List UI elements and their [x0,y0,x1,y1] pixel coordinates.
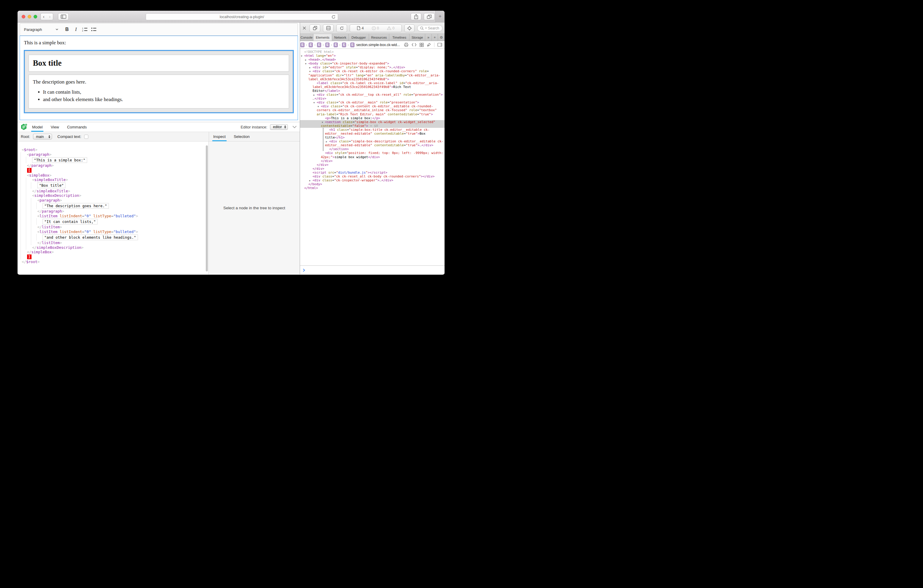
simple-box-description[interactable]: The description goes here. It can contai… [28,75,289,108]
compact-text-checkbox[interactable] [84,135,88,139]
inspector-tab-view[interactable]: View [51,122,59,132]
breadcrumb-element-badge[interactable]: E [301,43,304,47]
dom-line[interactable]: label_e63cbbfece34c53ce23501062343f49b8"… [300,85,445,89]
devtools-tab-debugger[interactable]: Debugger [349,34,369,41]
paint-flashing-icon[interactable] [427,43,431,47]
dom-line[interactable]: Editor</label> [300,89,445,93]
dom-line[interactable]: label_e63cbbfece34c53ce23501062343f49b8"… [300,77,445,81]
dom-line[interactable]: <!DOCTYPE html> [300,50,445,54]
new-tab-button[interactable]: + [435,11,445,23]
editor-editable-area[interactable]: This is a simple box: Box title The desc… [20,36,298,120]
bold-button[interactable]: B [62,25,71,34]
dom-line[interactable]: ▼<body class="ck-inspector-body-expanded… [300,62,445,66]
dom-line[interactable]: ▼<div class="ck ck-reset ck-editor ck-ro… [300,69,445,73]
dom-line[interactable]: ▶<head>…</head> [300,57,445,62]
list-item[interactable]: It can contain lists, [43,89,284,95]
description-paragraph[interactable]: The description goes here. [33,79,284,85]
simple-box-widget[interactable]: Box title The description goes here. It … [25,51,293,112]
url-field[interactable]: localhost/creating-a-plugin/ [146,13,338,20]
breadcrumb-element-badge[interactable]: E [325,43,330,47]
dom-line[interactable]: <p>This is a simple box:</p> [300,116,445,120]
show-all-tabs-button[interactable] [424,13,435,20]
dock-side-button[interactable] [310,25,320,32]
tree-scrollbar[interactable] [206,145,208,271]
dom-line[interactable]: ▶<div class="ck-inspector-wrapper">…</di… [300,178,445,182]
model-text-node[interactable]: "The description goes here." [43,202,209,209]
dom-line[interactable]: </div> [300,163,445,167]
breadcrumb-element-badge[interactable]: E [309,43,313,47]
devtools-tab-console[interactable]: Console [300,34,314,41]
model-node-root[interactable]: <$root> [22,148,209,152]
breadcrumb-label[interactable]: section.simple-box.ck-wid... [356,43,400,47]
close-window-button[interactable] [22,15,25,18]
model-text-node[interactable]: "Box title" [38,182,209,189]
dom-line[interactable]: <div class="ck ck-reset_all ck-body ck-r… [300,174,445,178]
model-node-paragraph[interactable]: </paragraph> [38,209,209,214]
model-node-simpleBox[interactable]: <simpleBox> [27,173,209,178]
model-node-listItem[interactable]: </listItem> [38,240,209,245]
minimize-window-button[interactable] [28,15,31,18]
back-button[interactable]: ‹ [41,13,47,20]
more-tabs-button[interactable]: » [425,34,432,41]
model-node-simpleBoxTitle[interactable]: </simpleBoxTitle> [32,189,209,194]
console-prompt-row[interactable] [300,266,445,274]
dom-line[interactable]: ▼<section class="simple-box ck-widget ck… [300,120,445,124]
model-text-node[interactable]: "and other block elements like headings.… [43,234,209,240]
numbered-list-button[interactable]: 12 [80,25,89,34]
italic-button[interactable]: I [71,25,80,34]
forward-button[interactable]: › [47,13,53,20]
model-node-simpleBoxTitle[interactable]: <simpleBoxTitle> [32,177,209,182]
dom-line[interactable]: editor__nested-editable" contenteditable… [300,132,445,136]
model-node-listItem[interactable]: <listItem listIndent="0" listType="bulle… [38,230,209,234]
breadcrumb-element-badge[interactable]: E [333,43,338,47]
dom-line[interactable]: ▼<div class="ck ck-editor__main" role="p… [300,100,445,104]
devtools-search-field[interactable]: Search [417,25,442,31]
show-source-icon[interactable] [412,43,417,47]
breadcrumb-element-badge[interactable]: E [317,43,321,47]
devtools-tab-network[interactable]: Network [332,34,349,41]
heading-dropdown[interactable]: Paragraph [24,27,59,32]
issues-group[interactable]: 4 0 0 [350,25,402,32]
dom-line[interactable]: …</div> [300,97,445,100]
devtools-tab-timelines[interactable]: Timelines [389,34,409,41]
dom-line[interactable]: contenteditable="false"> = $0 [300,124,445,128]
dom-line[interactable]: <script src="dist/bundle.js"></script> [300,171,445,174]
simple-box-title[interactable]: Box title [28,55,289,72]
dom-line[interactable]: </section> [300,147,445,151]
devtools-tab-elements[interactable]: Elements [314,34,332,41]
detail-tab-selection[interactable]: Selection [234,132,250,141]
list-item[interactable]: and other block elements like headings. [43,96,284,103]
inspector-tab-model[interactable]: Model [32,122,43,132]
model-node-paragraph[interactable]: </paragraph> [27,163,209,168]
dom-line[interactable]: </div> [300,159,445,163]
share-button[interactable] [411,13,421,20]
devtools-settings-button[interactable]: ⚙ [438,34,445,41]
dom-line[interactable]: </html> [300,186,445,190]
intro-paragraph[interactable]: This is a simple box: [24,40,294,46]
devtools-tab-resources[interactable]: Resources [369,34,389,41]
detail-tab-inspect[interactable]: Inspect [213,132,226,141]
dom-line[interactable]: ▶<div id="editor" style="display: none;"… [300,66,445,69]
add-devtools-tab-button[interactable]: + [432,34,438,41]
dom-line[interactable]: aria-label="Rich Text Editor, main" cont… [300,112,445,116]
breadcrumb-element-badge[interactable]: E [350,43,355,47]
editor-instance-select[interactable]: editor [270,124,288,130]
sidebar-button[interactable] [58,13,69,20]
devtools-tab-storage[interactable]: Storage [409,34,425,41]
model-node-paragraph[interactable]: <paragraph> [27,152,209,157]
layout-grid-icon[interactable] [420,43,424,47]
dom-line[interactable]: <h1 class="simple-box-title ck-editor__e… [300,128,445,132]
model-text-node[interactable]: "This is a simple box:" [32,157,209,163]
model-text-node[interactable]: "It can contain lists," [43,218,209,225]
dom-line[interactable]: ▼<html lang="en"> [300,54,445,57]
element-picker-button[interactable] [404,25,414,32]
model-node-simpleBoxDescription[interactable]: </simpleBoxDescription> [32,245,209,250]
bulleted-list-button[interactable] [89,25,98,34]
model-node-simpleBox[interactable]: </simpleBox> [27,250,209,255]
reload-button[interactable] [331,15,336,21]
dom-line[interactable]: ▼<div class="ck ck-content ck-editor__ed… [300,104,445,108]
close-devtools-button[interactable] [302,26,307,30]
print-styles-icon[interactable] [404,43,409,47]
dom-line[interactable]: <div style="position: fixed; top: 0px; l… [300,151,445,155]
details-sidebar-icon[interactable] [437,43,442,47]
